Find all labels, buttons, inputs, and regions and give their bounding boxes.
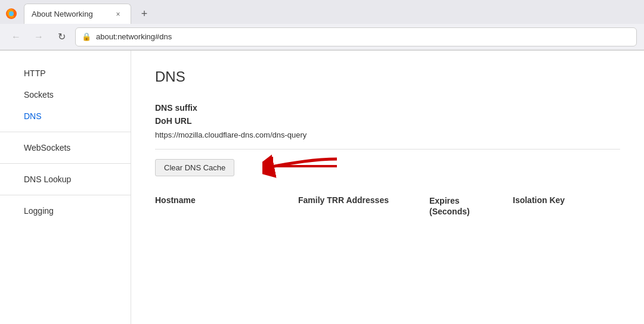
address-text: about:networking#dns: [96, 32, 630, 41]
doh-url-value: https://mozilla.cloudflare-dns.com/dns-q…: [155, 130, 620, 149]
clear-dns-row: Clear DNS Cache: [155, 159, 620, 176]
table-headers: Hostname Family TRR Addresses Expires(Se…: [155, 191, 620, 217]
svg-point-1: [9, 11, 14, 16]
th-family-trr: Family TRR Addresses: [298, 195, 405, 217]
tab-bar: About Networking × +: [0, 0, 644, 24]
th-expires: Expires(Seconds): [429, 195, 489, 217]
new-tab-button[interactable]: +: [136, 5, 153, 22]
tab-close-button[interactable]: ×: [113, 9, 123, 20]
nav-bar: ← → ↻ 🔒 about:networking#dns: [0, 24, 644, 50]
sidebar-item-dns[interactable]: DNS: [0, 105, 131, 127]
dns-suffix-label: DNS suffix: [155, 103, 197, 113]
page-content: HTTP Sockets DNS WebSockets DNS Lookup L…: [0, 51, 644, 324]
arrow-annotation: [262, 154, 340, 180]
sidebar-item-logging[interactable]: Logging: [0, 200, 131, 222]
sidebar-divider-2: [0, 163, 131, 164]
th-hostname: Hostname: [155, 195, 274, 217]
sidebar-item-dns-lookup[interactable]: DNS Lookup: [0, 169, 131, 190]
tab-title: About Networking: [32, 10, 108, 18]
firefox-icon: [5, 7, 18, 20]
sidebar-item-sockets[interactable]: Sockets: [0, 84, 131, 105]
sidebar-divider: [0, 132, 131, 132]
forward-button[interactable]: →: [30, 28, 48, 46]
active-tab[interactable]: About Networking ×: [24, 4, 131, 24]
doh-url-field: DoH URL: [155, 116, 620, 126]
sidebar-item-http[interactable]: HTTP: [0, 63, 131, 84]
page-title: DNS: [155, 68, 620, 85]
main-content: DNS DNS suffix DoH URL https://mozilla.c…: [131, 51, 644, 324]
sidebar-divider-3: [0, 195, 131, 195]
browser-chrome: About Networking × + ← → ↻ 🔒 about:netwo…: [0, 0, 644, 51]
page-icon: 🔒: [82, 32, 91, 41]
reload-button[interactable]: ↻: [52, 28, 70, 46]
clear-dns-cache-button[interactable]: Clear DNS Cache: [155, 159, 234, 176]
dns-suffix-field: DNS suffix: [155, 103, 620, 113]
sidebar: HTTP Sockets DNS WebSockets DNS Lookup L…: [0, 51, 131, 324]
address-bar[interactable]: 🔒 about:networking#dns: [75, 27, 637, 46]
doh-url-label: DoH URL: [155, 116, 191, 126]
back-button[interactable]: ←: [7, 28, 25, 46]
sidebar-item-websockets[interactable]: WebSockets: [0, 137, 131, 158]
th-isolation-key: Isolation Key: [513, 195, 572, 217]
